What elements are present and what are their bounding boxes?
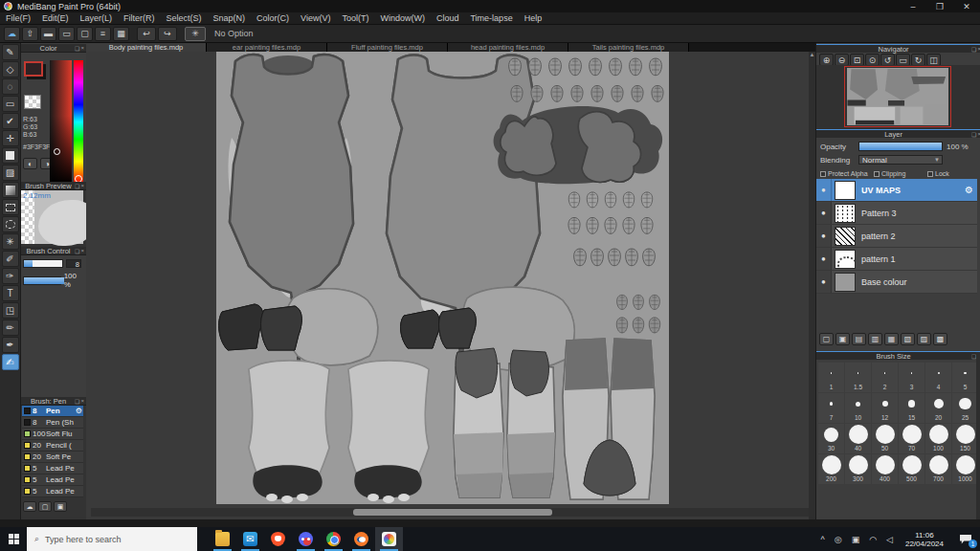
menu-help[interactable]: Help xyxy=(519,12,548,25)
comment-icon[interactable]: ▬ xyxy=(40,27,56,41)
brush-size-option[interactable]: 7 xyxy=(818,393,844,423)
undock-icon[interactable]: ❏ xyxy=(75,45,79,52)
brush-size-option[interactable]: 1000 xyxy=(952,454,978,484)
brush-size-option[interactable]: 70 xyxy=(899,424,924,453)
eraser-pen-tool[interactable]: ✏ xyxy=(2,320,19,336)
foreground-color-swatch[interactable] xyxy=(24,61,43,77)
brush-size-option[interactable]: 15 xyxy=(899,393,924,423)
chrome-taskbar-button[interactable] xyxy=(320,527,347,551)
merge-layer-icon[interactable]: ▨ xyxy=(917,333,931,345)
brush-item[interactable]: 100Soft Flu xyxy=(22,429,83,440)
opacity-slider[interactable] xyxy=(858,142,943,151)
brush-item[interactable]: 8Pen (Sh xyxy=(22,417,83,429)
undock-icon[interactable]: ❏ xyxy=(75,248,79,254)
brush-size-option[interactable]: 25 xyxy=(952,393,978,423)
mail-taskbar-button[interactable] xyxy=(236,527,264,551)
smudge-tool[interactable]: ◌ xyxy=(2,78,19,95)
brush-item[interactable]: 20Pencil ( xyxy=(22,440,83,452)
undock-icon[interactable]: ❏ xyxy=(75,183,79,189)
brush-size-option[interactable]: 700 xyxy=(925,454,951,484)
action-center-button[interactable]: 1 xyxy=(951,527,980,551)
publish-icon[interactable]: ⇧ xyxy=(22,27,38,41)
shape-brush-tool[interactable]: ▭ xyxy=(2,96,19,112)
brush-tool[interactable]: ✎ xyxy=(2,44,19,60)
menu-layerl[interactable]: Layer(L) xyxy=(75,12,119,25)
add-layer-icon[interactable]: ▢ xyxy=(819,333,834,345)
volume-icon[interactable]: ◁ xyxy=(881,535,898,544)
brush-size-option[interactable]: 1.5 xyxy=(845,363,871,392)
navigator-viewport-box[interactable] xyxy=(844,66,951,127)
checkbox-clipping[interactable]: Clipping xyxy=(874,170,927,177)
blending-select[interactable]: Normal ▼ xyxy=(858,155,943,165)
checkbox-protect-alpha[interactable]: Protect Alpha xyxy=(820,170,874,177)
gradient-tool[interactable] xyxy=(2,182,19,198)
restore-button[interactable]: ❐ xyxy=(926,0,953,12)
navigator-preview[interactable] xyxy=(816,65,980,129)
undock-icon[interactable]: ❏ xyxy=(971,131,976,138)
brush-size-option[interactable]: 3 xyxy=(899,363,924,392)
brush-size-scrollbar[interactable] xyxy=(976,352,980,519)
close-panel-icon[interactable]: × xyxy=(80,248,84,253)
discord-taskbar-button[interactable] xyxy=(292,527,320,551)
menu-toolt[interactable]: Tool(T) xyxy=(336,12,374,25)
network-icon[interactable]: ◠ xyxy=(864,535,881,544)
search-input[interactable]: ⌕ Type here to search xyxy=(27,527,197,551)
text-tool[interactable]: T xyxy=(2,285,19,301)
chevron-up-icon[interactable]: ^ xyxy=(816,535,830,544)
brush-item[interactable]: 5Lead Pe xyxy=(22,474,83,486)
close-panel-icon[interactable]: × xyxy=(80,183,84,188)
layer-row[interactable]: ●Base colour xyxy=(816,271,977,294)
layer-row[interactable]: ●Pattern 3 xyxy=(816,202,977,225)
undo-button[interactable]: ↩ xyxy=(137,27,156,41)
horizontal-scrollbar[interactable] xyxy=(91,508,809,517)
menu-filef[interactable]: File(F) xyxy=(0,12,36,25)
brush-size-option[interactable]: 20 xyxy=(925,393,951,423)
list-icon[interactable]: ≡ xyxy=(95,27,111,41)
brush-size-slider[interactable] xyxy=(23,259,63,268)
copy-layer-icon[interactable]: ▧ xyxy=(901,333,915,345)
brush-size-option[interactable]: 100 xyxy=(925,424,951,453)
duplicate-layer-icon[interactable]: ▣ xyxy=(835,333,850,345)
user-icon[interactable]: ◎ xyxy=(830,535,847,544)
visibility-icon[interactable]: ● xyxy=(816,271,832,293)
brush-item[interactable]: 8Pen⚙ xyxy=(22,406,83,417)
table-icon[interactable]: ▦ xyxy=(113,27,129,41)
add-folder-icon[interactable]: ▥ xyxy=(868,333,882,345)
menu-edite[interactable]: Edit(E) xyxy=(36,12,75,25)
move-tool[interactable]: ✛ xyxy=(2,130,19,146)
brush-item[interactable]: 20Soft Pe xyxy=(22,452,83,463)
chat-icon[interactable]: ▭ xyxy=(58,27,75,41)
undock-icon[interactable]: ❏ xyxy=(75,398,79,405)
menu-filterr[interactable]: Filter(R) xyxy=(118,12,161,25)
palette-icon[interactable]: ◐ xyxy=(23,158,37,169)
brush-size-option[interactable]: 500 xyxy=(899,454,924,484)
select-tool[interactable] xyxy=(2,199,19,215)
redo-button[interactable]: ↪ xyxy=(158,27,177,41)
hue-slider[interactable] xyxy=(74,60,83,184)
close-panel-icon[interactable]: × xyxy=(80,398,84,404)
brush-size-option[interactable]: 150 xyxy=(952,424,978,453)
gear-icon[interactable]: ⚙ xyxy=(76,407,82,415)
add-brush-icon[interactable]: ▢ xyxy=(38,501,52,512)
menu-timelapse[interactable]: Time-lapse xyxy=(464,12,518,25)
saturation-value-picker[interactable] xyxy=(50,60,72,184)
magic-wand-tool[interactable]: ✳ xyxy=(2,233,19,250)
file-explorer-taskbar-button[interactable] xyxy=(209,527,236,551)
tab-1[interactable]: Body painting files.mdp xyxy=(86,43,207,52)
start-button[interactable] xyxy=(0,527,27,551)
tab-3[interactable]: Fluff painting files.mdp xyxy=(327,43,448,52)
cloud-icon[interactable]: ☁ xyxy=(4,27,20,41)
close-button[interactable]: ✕ xyxy=(953,0,980,12)
brush-size-option[interactable]: 10 xyxy=(845,393,871,423)
close-panel-icon[interactable]: × xyxy=(80,45,84,51)
menu-viewv[interactable]: View(V) xyxy=(295,12,336,25)
layer-row[interactable]: ●pattern 2 xyxy=(816,225,977,248)
brush-menu-icon[interactable]: ▣ xyxy=(54,501,67,512)
visibility-icon[interactable]: ● xyxy=(816,179,832,201)
minimize-button[interactable]: – xyxy=(900,0,926,12)
brush-size-option[interactable]: 50 xyxy=(872,424,898,453)
brush-size-option[interactable]: 400 xyxy=(872,454,898,484)
operation-tool[interactable]: ✔ xyxy=(2,113,19,129)
brush-opacity-slider[interactable] xyxy=(23,276,61,285)
menu-snapn[interactable]: Snap(N) xyxy=(208,12,252,25)
